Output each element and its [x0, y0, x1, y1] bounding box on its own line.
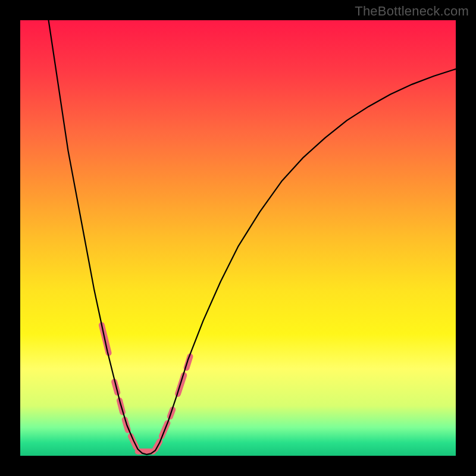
chart-svg [20, 20, 456, 456]
curve-path [49, 20, 456, 455]
watermark-text: TheBottleneck.com [355, 4, 469, 19]
chart-container: TheBottleneck.com [0, 0, 476, 476]
marker-group [102, 325, 190, 451]
plot-area [20, 20, 456, 456]
